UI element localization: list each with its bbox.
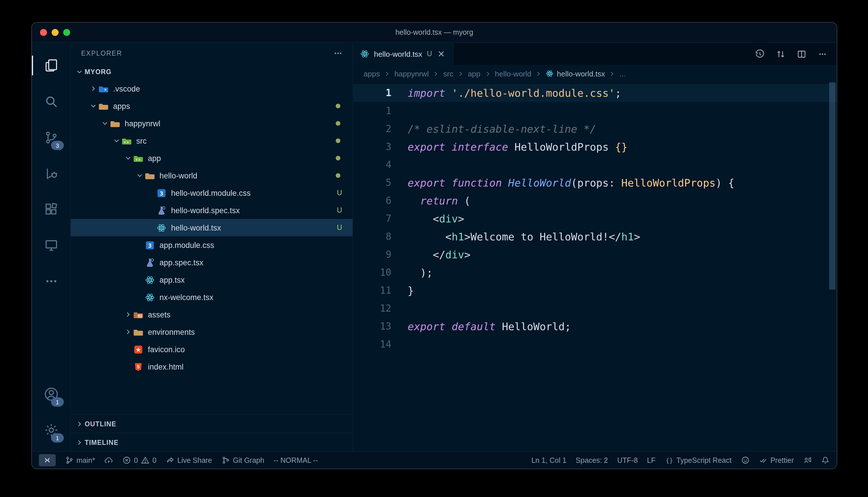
- bell-icon: [821, 456, 830, 465]
- section-label: TIMELINE: [85, 439, 119, 446]
- section-timeline[interactable]: TIMELINE: [71, 433, 353, 451]
- minimize-button[interactable]: [52, 29, 58, 36]
- code-text: [391, 336, 408, 353]
- tree-item-.vscode[interactable]: .vscode: [71, 80, 353, 97]
- tree-item-hello-world[interactable]: hello-world: [71, 167, 353, 184]
- tree-item-hello-world.tsx[interactable]: hello-world.tsxU: [71, 219, 353, 236]
- activity-item-more-views[interactable]: [32, 263, 70, 299]
- tree-item-app[interactable]: app: [71, 150, 353, 167]
- activity-item-extensions[interactable]: [32, 191, 70, 227]
- editor-tab-hello-world.tsx[interactable]: hello-world.tsxU: [353, 43, 453, 65]
- status-indentation[interactable]: Spaces: 2: [576, 456, 608, 464]
- compare-icon[interactable]: [776, 49, 786, 59]
- zoom-button[interactable]: [63, 29, 70, 36]
- status-notifications[interactable]: [821, 456, 830, 465]
- line-number: 14: [353, 336, 391, 353]
- breadcrumb-hello-world[interactable]: hello-world: [495, 69, 532, 78]
- activity-item-accounts[interactable]: 1: [32, 376, 70, 412]
- sidebar-title: EXPLORER: [81, 50, 122, 57]
- git-modified-dot: [336, 139, 340, 143]
- breadcrumbs: appshappynrwlsrcapphello-worldhello-worl…: [353, 65, 837, 82]
- titlebar: hello-world.tsx — myorg: [32, 23, 837, 43]
- tree-item-hello-world.spec.tsx[interactable]: hello-world.spec.tsxU: [71, 202, 353, 219]
- tree-item-apps[interactable]: apps: [71, 97, 353, 115]
- svg-text:3: 3: [148, 242, 152, 249]
- breadcrumb-...[interactable]: ...: [620, 69, 626, 78]
- tree-item-label: hello-world: [160, 171, 197, 180]
- activity-item-remote-explorer[interactable]: [32, 227, 70, 263]
- status-git-graph[interactable]: Git Graph: [221, 456, 264, 465]
- tree-item-environments[interactable]: environments: [71, 323, 353, 341]
- status-git-branch[interactable]: main*: [65, 456, 95, 465]
- activity-item-run-debug[interactable]: [32, 155, 70, 191]
- tree-item-nx-welcome.tsx[interactable]: nx-welcome.tsx: [71, 288, 353, 306]
- tree-item-src[interactable]: src: [71, 132, 353, 150]
- tree-item-index.html[interactable]: 5index.html: [71, 358, 353, 375]
- status-live-share[interactable]: Live Share: [166, 456, 212, 465]
- breadcrumb-src[interactable]: src: [443, 69, 453, 78]
- close-icon[interactable]: [437, 49, 446, 58]
- activity-item-explorer[interactable]: [32, 47, 70, 83]
- status-language-mode[interactable]: {}TypeScript React: [665, 456, 731, 465]
- tree-item-app.tsx[interactable]: app.tsx: [71, 271, 353, 288]
- status-label: UTF-8: [617, 456, 638, 464]
- ellipsis-icon[interactable]: [817, 49, 827, 59]
- code-line: 11}: [353, 282, 837, 299]
- status-vim-mode[interactable]: -- NORMAL --: [274, 456, 318, 464]
- svg-text:{}: {}: [666, 457, 673, 464]
- status-copilot[interactable]: [741, 456, 749, 465]
- live-share-icon: [166, 456, 175, 465]
- history-icon[interactable]: [755, 49, 765, 59]
- tree-item-hello-world.module.css[interactable]: 3hello-world.module.cssU: [71, 184, 353, 202]
- status-sync-changes[interactable]: [105, 456, 113, 465]
- close-button[interactable]: [40, 29, 47, 36]
- tree-item-favicon.ico[interactable]: ★favicon.ico: [71, 341, 353, 358]
- breadcrumb-hello-world.tsx[interactable]: hello-world.tsx: [546, 69, 605, 78]
- warning-icon: [141, 456, 150, 465]
- tree-item-assets[interactable]: assets: [71, 306, 353, 323]
- status-label: Git Graph: [233, 456, 264, 464]
- line-number: 7: [353, 210, 391, 228]
- line-number: 1: [353, 84, 391, 102]
- tree-item-app.module.css[interactable]: 3app.module.css: [71, 236, 353, 254]
- section-outline[interactable]: OUTLINE: [71, 414, 353, 433]
- section-myorg[interactable]: MYORG: [71, 64, 353, 80]
- status-encoding[interactable]: UTF-8: [617, 456, 638, 464]
- status-remote-indicator[interactable]: [39, 454, 56, 466]
- tree-item-app.spec.tsx[interactable]: app.spec.tsx: [71, 254, 353, 271]
- status-problems[interactable]: 00: [122, 456, 156, 465]
- breadcrumb-app[interactable]: app: [468, 69, 480, 78]
- status-eol[interactable]: LF: [647, 456, 656, 464]
- folder-icon: [145, 171, 155, 181]
- breadcrumb-apps[interactable]: apps: [363, 69, 380, 78]
- code-text: import './hello-world.module.css';: [391, 84, 621, 102]
- code-line: 2/* eslint-disable-next-line */: [353, 120, 837, 138]
- tree-item-happynrwl[interactable]: happynrwl: [71, 115, 353, 132]
- breadcrumb-happynrwl[interactable]: happynrwl: [394, 69, 429, 78]
- status-prettier[interactable]: Prettier: [759, 456, 794, 465]
- activity-item-source-control[interactable]: 3: [32, 119, 70, 155]
- explorer-sidebar: EXPLORER MYORG .vscodeappshappynrwlsrcap…: [71, 43, 353, 451]
- search-icon: [43, 94, 59, 109]
- ellipsis-icon[interactable]: [333, 48, 343, 58]
- braces-icon: {}: [665, 456, 674, 465]
- breadcrumb-label: hello-world.tsx: [557, 69, 605, 78]
- scrollbar[interactable]: [829, 82, 836, 289]
- activity-item-settings[interactable]: 1: [32, 412, 70, 448]
- breadcrumb-label: src: [443, 69, 453, 78]
- tab-label: hello-world.tsx: [374, 49, 422, 58]
- git-untracked-badge: U: [337, 224, 342, 232]
- line-number: 8: [353, 228, 391, 246]
- folder-icon: [133, 327, 144, 337]
- code-text: /* eslint-disable-next-line */: [391, 120, 596, 138]
- svg-text:★: ★: [135, 346, 141, 353]
- status-feedback[interactable]: [803, 456, 812, 465]
- status-cursor-position[interactable]: Ln 1, Col 1: [532, 456, 566, 464]
- line-number: 5: [353, 174, 391, 192]
- activity-item-search[interactable]: [32, 83, 70, 119]
- split-editor-icon[interactable]: [797, 49, 807, 59]
- folder-icon: [110, 118, 121, 128]
- double-check-icon: [759, 456, 768, 465]
- code-line: 10 );: [353, 264, 837, 282]
- code-editor[interactable]: 1import './hello-world.module.css';12/* …: [353, 82, 837, 451]
